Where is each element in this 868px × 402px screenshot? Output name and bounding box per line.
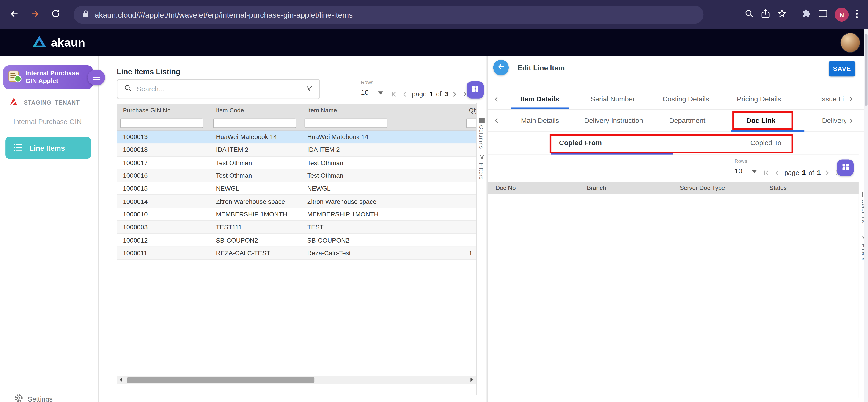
previous-page-button[interactable] <box>400 89 409 98</box>
table-row[interactable]: 1000016 Test Othman Test Othman <box>117 170 476 182</box>
grid-icon <box>471 85 479 95</box>
column-header-item-name[interactable]: Item Name <box>301 107 463 113</box>
applet-switcher-button[interactable]: Internal Purchase GIN Applet <box>3 65 93 89</box>
tab-delivery-instruction[interactable]: Delivery Instruction <box>577 110 650 131</box>
browser-forward-button[interactable] <box>26 6 44 23</box>
horizontal-scrollbar[interactable] <box>117 376 476 384</box>
first-page-button[interactable] <box>761 168 771 177</box>
search-input[interactable] <box>137 85 301 93</box>
column-header-server-doc-type[interactable]: Server Doc Type <box>672 184 762 191</box>
browser-back-button[interactable] <box>5 6 23 23</box>
search-filter-icon[interactable] <box>306 84 313 94</box>
filters-toggle[interactable]: Filters <box>478 163 485 180</box>
scroll-right-icon[interactable] <box>467 376 476 384</box>
tab-issue-link[interactable]: Issue Li <box>796 88 846 109</box>
secondary-tab-bar: Main Details Delivery Instruction Depart… <box>488 110 868 132</box>
extensions-puzzle-icon[interactable] <box>802 9 811 21</box>
akaun-logo: akaun <box>32 35 85 51</box>
table-row[interactable]: 1000013 HuaWei Matebook 14 HuaWei Matebo… <box>117 131 476 144</box>
column-header-doc-no[interactable]: Doc No <box>488 184 579 191</box>
tab-main-details[interactable]: Main Details <box>503 110 577 131</box>
tab-pricing-details[interactable]: Pricing Details <box>722 88 796 109</box>
subtab-copied-to[interactable]: Copied To <box>673 132 859 154</box>
table-row[interactable]: 1000011 REZA-CALC-TEST Reza-Calc-Test 1 <box>117 247 476 260</box>
column-header-purchase-gin-no[interactable]: Purchase GIN No <box>117 107 210 113</box>
cell-item-code: IDA ITEM 2 <box>210 147 301 153</box>
tabs-scroll-left-icon[interactable] <box>491 110 502 131</box>
browser-profile-badge[interactable]: N <box>835 8 848 22</box>
tabs-scroll-right-icon[interactable] <box>845 88 856 109</box>
column-header-status[interactable]: Status <box>762 184 859 191</box>
forward-arrow-icon <box>30 8 40 21</box>
applet-menu-button[interactable] <box>88 70 105 85</box>
page-current: 1 <box>429 90 433 98</box>
filter-input-purchase-gin-no[interactable] <box>120 119 203 128</box>
cell-item-name: Reza-Calc-Test <box>301 250 463 256</box>
cell-item-code: SB-COUPON2 <box>210 237 301 243</box>
tab-department[interactable]: Department <box>651 110 724 131</box>
scrollbar-thumb[interactable] <box>865 34 867 106</box>
scrollbar-thumb[interactable] <box>127 377 315 383</box>
address-bar[interactable]: akaun.cloud/#/applet/tnt/wavelet/erp/int… <box>73 5 704 24</box>
cell-item-name: IDA ITEM 2 <box>301 147 463 153</box>
tabs-scroll-left-icon[interactable] <box>491 88 502 109</box>
tab-doc-link[interactable]: Doc Link <box>724 110 798 131</box>
cell-gin-no: 1000016 <box>117 172 210 179</box>
page-word: page <box>784 169 799 176</box>
listing-title: Line Items Listing <box>117 68 180 76</box>
user-avatar[interactable] <box>840 33 860 53</box>
table-row[interactable]: 1000018 IDA ITEM 2 IDA ITEM 2 <box>117 144 476 156</box>
table-row[interactable]: 1000010 MEMBERSHIP 1MONTH MEMBERSHIP 1MO… <box>117 208 476 221</box>
back-button[interactable] <box>493 60 509 76</box>
tenant-selector[interactable]: STAGING_TENANT <box>9 97 80 108</box>
grid-icon <box>841 163 849 173</box>
cell-item-name: Test Othman <box>301 172 463 179</box>
filter-input-item-code[interactable] <box>213 119 296 128</box>
layout-grid-button[interactable] <box>467 81 484 98</box>
filter-input-qty[interactable] <box>466 119 476 128</box>
tab-costing-details[interactable]: Costing Details <box>649 88 722 109</box>
browser-menu-icon[interactable] <box>856 9 858 20</box>
tab-delivery-details[interactable]: Delivery <box>798 110 846 131</box>
bookmark-star-icon[interactable] <box>777 9 787 21</box>
browser-reload-button[interactable] <box>46 6 64 23</box>
listing-pagination: page 1 of 3 <box>389 89 470 98</box>
tenant-name: STAGING_TENANT <box>24 99 80 106</box>
share-icon[interactable] <box>761 9 770 21</box>
tab-item-details[interactable]: Item Details <box>503 88 576 109</box>
url-text: akaun.cloud/#/applet/tnt/wavelet/erp/int… <box>95 10 353 19</box>
rows-per-page-select[interactable]: 10 <box>735 167 756 175</box>
layout-grid-button[interactable] <box>837 160 854 176</box>
table-row[interactable]: 1000015 NEWGL NEWGL <box>117 182 476 195</box>
page-of-word: of <box>436 90 441 98</box>
sidebar-item-line-items[interactable]: Line Items <box>5 137 91 159</box>
cell-item-name: Zitron Warehouse space <box>301 198 463 205</box>
table-row[interactable]: 1000014 Zitron Warehouse space Zitron Wa… <box>117 195 476 208</box>
subtab-copied-from[interactable]: Copied From <box>488 132 673 154</box>
column-header-branch[interactable]: Branch <box>579 184 672 191</box>
table-row[interactable]: 1000017 Test Othman Test Othman <box>117 156 476 169</box>
table-row[interactable]: 1000003 TEST111 TEST <box>117 221 476 234</box>
first-page-button[interactable] <box>389 89 398 98</box>
page-scrollbar[interactable] <box>864 29 868 402</box>
next-page-button[interactable] <box>823 168 832 177</box>
previous-page-button[interactable] <box>772 168 782 177</box>
filter-input-item-name[interactable] <box>305 119 388 128</box>
doc-link-tab-indicator <box>731 130 804 132</box>
save-button[interactable]: SAVE <box>829 61 855 77</box>
scroll-left-icon[interactable] <box>117 376 126 384</box>
side-panel-icon[interactable] <box>818 9 828 20</box>
cell-item-name: SB-COUPON2 <box>301 237 463 243</box>
tab-serial-number[interactable]: Serial Number <box>576 88 649 109</box>
column-header-qty[interactable]: Qty <box>463 107 476 113</box>
sidebar-item-settings[interactable]: Settings <box>14 394 53 402</box>
rows-per-page-select[interactable]: 10 <box>361 88 383 96</box>
column-header-item-code[interactable]: Item Code <box>210 107 301 113</box>
browser-toolbar: akaun.cloud/#/applet/tnt/wavelet/erp/int… <box>0 0 868 29</box>
zoom-icon[interactable] <box>744 9 754 21</box>
next-page-button[interactable] <box>450 89 459 98</box>
tabs-scroll-right-icon[interactable] <box>845 110 856 131</box>
columns-toggle[interactable]: Columns <box>478 125 485 149</box>
applet-name: Internal Purchase GIN Applet <box>25 70 79 85</box>
table-row[interactable]: 1000012 SB-COUPON2 SB-COUPON2 <box>117 234 476 247</box>
